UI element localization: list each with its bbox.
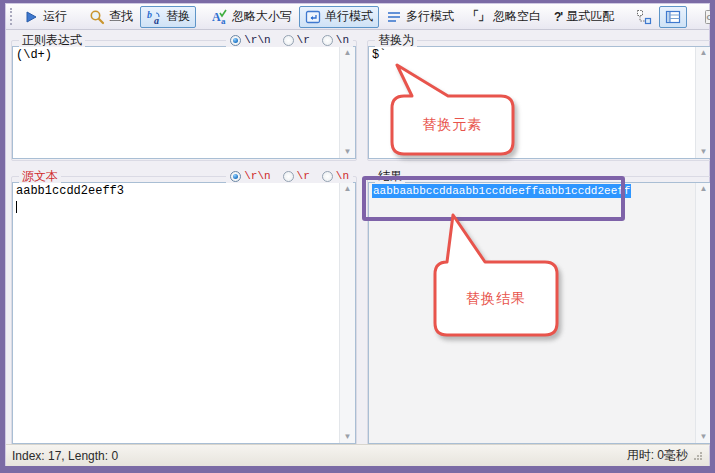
singleline-mode-label: 单行模式 bbox=[325, 8, 373, 25]
radio-cr-label: \r bbox=[297, 34, 310, 47]
match-tree-icon bbox=[636, 9, 652, 25]
vertical-splitter[interactable] bbox=[357, 34, 367, 446]
radio-lf[interactable]: \n bbox=[322, 34, 349, 47]
ignore-case-icon: A a bbox=[212, 9, 228, 25]
source-input-text[interactable]: aabb1ccdd2eeff3 bbox=[13, 183, 339, 443]
result-panel: 结果 aabbaabbccddaabb1ccddeeffaabb1ccdd2ee… bbox=[367, 170, 713, 446]
source-input[interactable]: aabb1ccdd2eeff3 ▲▼ bbox=[12, 182, 356, 444]
replace-input[interactable]: $` ▲▼ bbox=[368, 46, 712, 159]
scroll-down-icon[interactable]: ▼ bbox=[700, 433, 708, 441]
match-tree-button[interactable] bbox=[630, 6, 658, 28]
resize-grip-icon[interactable] bbox=[693, 451, 703, 461]
multiline-mode-icon bbox=[386, 9, 402, 25]
radio-crlf-control[interactable] bbox=[230, 35, 241, 46]
csharp-icon: C# bbox=[703, 9, 715, 25]
toolbar: 运行 查找 b a 替换 bbox=[6, 4, 709, 30]
radio-cr-control[interactable] bbox=[283, 35, 294, 46]
radio-cr[interactable]: \r bbox=[283, 170, 310, 183]
search-icon bbox=[89, 9, 105, 25]
radio-cr-label: \r bbox=[297, 170, 310, 183]
result-highlighted-value: aabbaabbccddaabb1ccddeeffaabb1ccdd2eeff bbox=[372, 184, 631, 198]
source-panel: 源文本 \r\n \r \n aabb1ccdd2eeff3 ▲▼ bbox=[11, 170, 357, 446]
source-scrollbar[interactable]: ▲▼ bbox=[339, 183, 355, 443]
radio-crlf-control[interactable] bbox=[230, 171, 241, 182]
radio-lf-label: \n bbox=[336, 34, 349, 47]
brackets-icon: 「」 bbox=[467, 8, 489, 25]
horizontal-splitter[interactable] bbox=[10, 161, 714, 170]
scroll-down-icon[interactable]: ▼ bbox=[344, 148, 352, 156]
replace-scrollbar[interactable]: ▲▼ bbox=[695, 47, 711, 158]
regex-input-text[interactable]: (\d+) bbox=[13, 47, 339, 158]
question-quote-icon: ?' bbox=[554, 10, 562, 24]
run-label: 运行 bbox=[43, 8, 67, 25]
svg-text:a: a bbox=[154, 15, 159, 25]
ignore-whitespace-button[interactable]: 「」 忽略空白 bbox=[461, 6, 547, 28]
source-linebreak-radios: \r\n \r \n bbox=[226, 170, 353, 183]
scroll-up-icon[interactable]: ▲ bbox=[344, 185, 352, 193]
scroll-up-icon[interactable]: ▲ bbox=[344, 49, 352, 57]
result-text[interactable]: aabbaabbccddaabb1ccddeeffaabb1ccdd2eeff bbox=[369, 183, 695, 443]
singleline-mode-button[interactable]: 单行模式 bbox=[299, 6, 379, 28]
replace-panel: 替换为 $` ▲▼ bbox=[367, 34, 713, 161]
find-label: 查找 bbox=[109, 8, 133, 25]
app-window: 运行 查找 b a 替换 bbox=[0, 0, 715, 473]
regex-linebreak-radios: \r\n \r \n bbox=[226, 34, 353, 47]
result-panel-title: 结果 bbox=[375, 170, 405, 183]
replace-input-text[interactable]: $` bbox=[369, 47, 695, 158]
status-index-length: Index: 17, Length: 0 bbox=[12, 449, 118, 463]
singleline-mode-icon bbox=[305, 9, 321, 25]
regex-scrollbar[interactable]: ▲▼ bbox=[339, 47, 355, 158]
replace-panel-title: 替换为 bbox=[375, 34, 417, 47]
radio-cr-control[interactable] bbox=[283, 171, 294, 182]
status-bar: Index: 17, Length: 0 用时: 0毫秒 bbox=[6, 444, 709, 466]
multiline-mode-button[interactable]: 多行模式 bbox=[380, 6, 460, 28]
table-icon bbox=[665, 9, 681, 25]
result-scrollbar[interactable]: ▲▼ bbox=[695, 183, 711, 443]
radio-crlf-label: \r\n bbox=[244, 34, 270, 47]
ignore-case-label: 忽略大小写 bbox=[232, 8, 292, 25]
replace-label: 替换 bbox=[166, 8, 190, 25]
table-view-button[interactable] bbox=[659, 6, 687, 28]
radio-cr[interactable]: \r bbox=[283, 34, 310, 47]
radio-lf-label: \n bbox=[336, 170, 349, 183]
replace-icon: b a bbox=[146, 9, 162, 25]
scroll-up-icon[interactable]: ▲ bbox=[700, 49, 708, 57]
regex-panel: 正则表达式 \r\n \r \n (\d+) ▲▼ bbox=[11, 34, 357, 161]
regex-input[interactable]: (\d+) ▲▼ bbox=[12, 46, 356, 159]
toolbar-grip[interactable] bbox=[10, 8, 12, 25]
run-button[interactable]: 运行 bbox=[17, 6, 73, 28]
radio-lf-control[interactable] bbox=[322, 171, 333, 182]
ignore-whitespace-label: 忽略空白 bbox=[493, 8, 541, 25]
svg-text:A: A bbox=[212, 10, 221, 24]
explicit-capture-button[interactable]: ?' 显式匹配 bbox=[548, 6, 620, 28]
radio-lf-control[interactable] bbox=[322, 35, 333, 46]
explicit-capture-label: 显式匹配 bbox=[566, 8, 614, 25]
multiline-mode-label: 多行模式 bbox=[406, 8, 454, 25]
ignore-case-button[interactable]: A a 忽略大小写 bbox=[206, 6, 298, 28]
result-box[interactable]: aabbaabbccddaabb1ccddeeffaabb1ccdd2eeff … bbox=[368, 182, 712, 444]
csharp-glyph: C# bbox=[707, 13, 715, 22]
source-panel-title: 源文本 bbox=[19, 170, 61, 183]
source-value: aabb1ccdd2eeff3 bbox=[16, 184, 124, 198]
regex-panel-title: 正则表达式 bbox=[19, 34, 85, 47]
svg-text:b: b bbox=[147, 9, 152, 20]
status-elapsed-time: 用时: 0毫秒 bbox=[627, 447, 688, 464]
svg-text:a: a bbox=[221, 16, 226, 25]
text-caret bbox=[16, 201, 17, 213]
find-button[interactable]: 查找 bbox=[83, 6, 139, 28]
scroll-up-icon[interactable]: ▲ bbox=[700, 185, 708, 193]
radio-crlf[interactable]: \r\n bbox=[230, 34, 270, 47]
radio-lf[interactable]: \n bbox=[322, 170, 349, 183]
radio-crlf[interactable]: \r\n bbox=[230, 170, 270, 183]
play-icon bbox=[23, 9, 39, 25]
scroll-down-icon[interactable]: ▼ bbox=[344, 433, 352, 441]
scroll-down-icon[interactable]: ▼ bbox=[700, 148, 708, 156]
replace-button[interactable]: b a 替换 bbox=[140, 6, 196, 28]
csharp-code-button[interactable]: C# bbox=[697, 6, 715, 28]
radio-crlf-label: \r\n bbox=[244, 170, 270, 183]
